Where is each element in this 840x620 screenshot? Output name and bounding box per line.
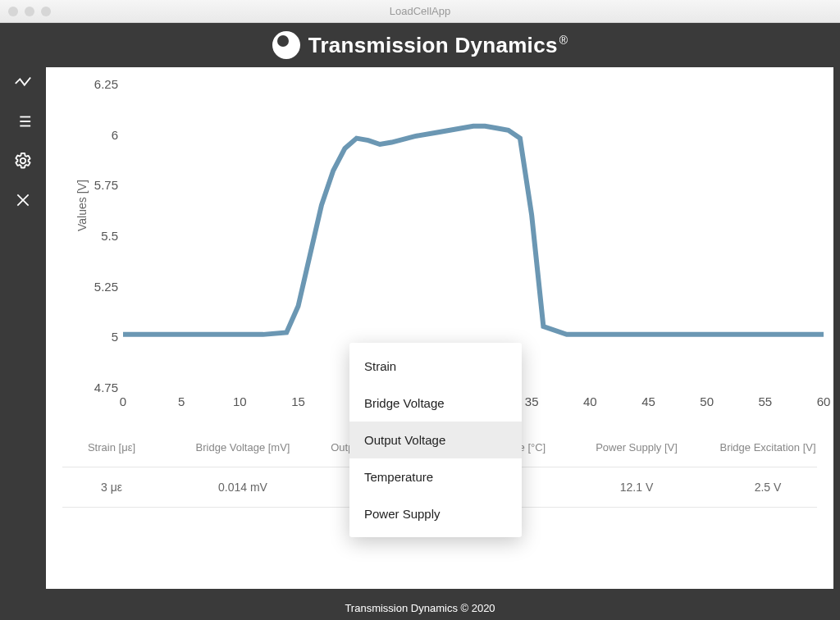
chart-xtick: 50 xyxy=(700,394,714,408)
footer: Transmission Dynamics © 2020 xyxy=(0,595,840,620)
chart-xtick: 45 xyxy=(641,394,655,408)
dropdown-item[interactable]: Strain xyxy=(349,348,522,385)
chart-ytick: 5 xyxy=(79,330,118,344)
app-frame: Transmission Dynamics® Values [V] 4. xyxy=(0,23,840,620)
metric-header: Bridge Voltage [mV] xyxy=(177,428,308,467)
brand-name-text: Transmission Dynamics xyxy=(308,33,558,57)
dropdown-item[interactable]: Bridge Voltage xyxy=(349,385,522,422)
metric-header: Power Supply [V] xyxy=(571,428,702,467)
metric-value: 12.1 V xyxy=(571,467,702,507)
dropdown-item[interactable]: Temperature xyxy=(349,458,522,495)
metric-header: Bridge Excitation [V] xyxy=(702,428,833,467)
metric-header: Strain [με] xyxy=(46,428,177,467)
brand-logo-icon xyxy=(272,31,300,59)
sidebar-chart-icon[interactable] xyxy=(13,72,33,92)
chart-plot: 4.7555.255.55.7566.250510152025303540455… xyxy=(123,84,824,387)
app-header: Transmission Dynamics® xyxy=(0,23,840,67)
chart-xtick: 15 xyxy=(291,394,305,408)
dropdown-item[interactable]: Output Voltage xyxy=(349,422,522,458)
chart-xtick: 10 xyxy=(233,394,247,408)
chart-ytick: 5.5 xyxy=(79,229,118,243)
metric-value: 0.014 mV xyxy=(177,467,308,507)
sidebar xyxy=(0,67,46,595)
chart-xtick: 35 xyxy=(525,394,539,408)
metric-dropdown[interactable]: StrainBridge VoltageOutput VoltageTemper… xyxy=(349,343,522,537)
brand-name: Transmission Dynamics® xyxy=(308,33,568,58)
chart-xtick: 5 xyxy=(178,394,185,408)
metric-value: 3 με xyxy=(46,467,177,507)
window-titlebar: LoadCellApp xyxy=(0,0,840,23)
chart-ytick: 5.25 xyxy=(79,279,118,293)
chart-xtick: 55 xyxy=(758,394,772,408)
chart-ytick: 5.75 xyxy=(79,178,118,192)
chart-ytick: 6.25 xyxy=(79,77,118,91)
sidebar-settings-icon[interactable] xyxy=(13,151,33,171)
main-panel: Values [V] 4.7555.255.55.7566.2505101520… xyxy=(46,67,833,589)
sidebar-close-icon[interactable] xyxy=(13,190,33,210)
window-title: LoadCellApp xyxy=(0,5,840,17)
chart-ytick: 4.75 xyxy=(79,381,118,394)
dropdown-item[interactable]: Power Supply xyxy=(349,495,522,532)
brand-mark: ® xyxy=(559,34,568,47)
chart-xtick: 40 xyxy=(583,394,597,408)
chart-xtick: 0 xyxy=(120,394,126,408)
chart-ytick: 6 xyxy=(79,127,118,141)
app-body: Values [V] 4.7555.255.55.7566.2505101520… xyxy=(0,67,840,595)
metric-value: 2.5 V xyxy=(702,467,833,507)
chart-xtick: 60 xyxy=(817,394,831,408)
chart-line xyxy=(123,84,824,387)
sidebar-list-icon[interactable] xyxy=(13,112,33,131)
footer-text: Transmission Dynamics © 2020 xyxy=(345,602,495,614)
